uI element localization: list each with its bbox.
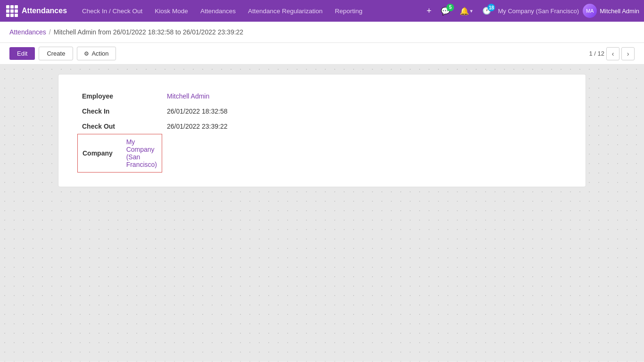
nav-reporting[interactable]: Reporting — [329, 5, 368, 17]
user-menu[interactable]: MA Mitchell Admin — [583, 4, 639, 18]
employee-row: Employee Mitchell Admin — [77, 89, 567, 104]
check-out-value: 26/01/2022 23:39:22 — [162, 119, 567, 134]
check-out-label: Check Out — [77, 119, 162, 134]
company-value-cell: My Company (San Francisco) — [122, 134, 162, 173]
main-content: Employee Mitchell Admin Check In 26/01/2… — [0, 65, 644, 362]
edit-button[interactable]: Edit — [9, 47, 35, 60]
topnav: Attendances Check In / Check Out Kiosk M… — [0, 0, 644, 22]
messages-badge: 5 — [446, 4, 454, 11]
topnav-right: + 💬 5 🔔 ▾ 🕐 18 My Company (San Francisco… — [424, 4, 639, 18]
nav-check-in-out[interactable]: Check In / Check Out — [76, 5, 148, 17]
toolbar: Edit Create ⚙ Action 1 / 12 ‹ › — [0, 43, 644, 65]
nav-attendances[interactable]: Attendances — [195, 5, 241, 17]
employee-value: Mitchell Admin — [162, 89, 567, 104]
topnav-links: Check In / Check Out Kiosk Mode Attendan… — [76, 5, 424, 17]
chevron-right-icon: › — [627, 50, 629, 58]
app-title: Attendances — [22, 7, 67, 15]
grid-icon[interactable] — [5, 4, 19, 18]
breadcrumb-current: Mitchell Admin from 26/01/2022 18:32:58 … — [54, 28, 243, 36]
notifications-button[interactable]: 🔔 ▾ — [457, 5, 476, 17]
employee-link[interactable]: Mitchell Admin — [167, 92, 209, 100]
company-label-cell: Company — [78, 134, 122, 173]
gear-icon: ⚙ — [84, 50, 89, 57]
username: Mitchell Admin — [600, 8, 639, 15]
employee-label: Employee — [77, 89, 162, 104]
chevron-left-icon: ‹ — [612, 50, 614, 58]
next-page-button[interactable]: › — [621, 47, 635, 60]
nav-kiosk-mode[interactable]: Kiosk Mode — [149, 5, 194, 17]
pagination: 1 / 12 ‹ › — [589, 47, 635, 60]
prev-page-button[interactable]: ‹ — [606, 47, 619, 60]
pagination-info: 1 / 12 — [589, 50, 604, 57]
breadcrumb-separator: / — [49, 28, 51, 36]
action-label: Action — [91, 50, 108, 57]
check-in-value: 26/01/2022 18:32:58 — [162, 104, 567, 119]
company-link[interactable]: My Company (San Francisco) — [126, 138, 157, 168]
action-button[interactable]: ⚙ Action — [77, 47, 116, 60]
form-table: Employee Mitchell Admin Check In 26/01/2… — [77, 89, 567, 173]
company-row: Company My Company (San Francisco) — [77, 134, 567, 173]
messages-button[interactable]: 💬 5 — [438, 5, 453, 17]
clock-badge: 18 — [487, 4, 495, 11]
create-button[interactable]: Create — [39, 47, 73, 60]
nav-regularization[interactable]: Attendance Regularization — [242, 5, 328, 17]
breadcrumb-parent[interactable]: Attendances — [9, 28, 46, 36]
plus-icon: + — [427, 6, 432, 16]
avatar: MA — [583, 4, 597, 18]
breadcrumb: Attendances / Mitchell Admin from 26/01/… — [0, 22, 644, 43]
company-label: My Company (San Francisco) — [498, 8, 579, 15]
check-in-row: Check In 26/01/2022 18:32:58 — [77, 104, 567, 119]
company-table-row: Company My Company (San Francisco) — [78, 134, 162, 173]
check-out-row: Check Out 26/01/2022 23:39:22 — [77, 119, 567, 134]
bell-icon: 🔔 — [460, 7, 469, 16]
add-button[interactable]: + — [424, 4, 435, 18]
clock-button[interactable]: 🕐 18 — [479, 5, 494, 17]
check-in-label: Check In — [77, 104, 162, 119]
form-card: Employee Mitchell Admin Check In 26/01/2… — [58, 74, 586, 187]
